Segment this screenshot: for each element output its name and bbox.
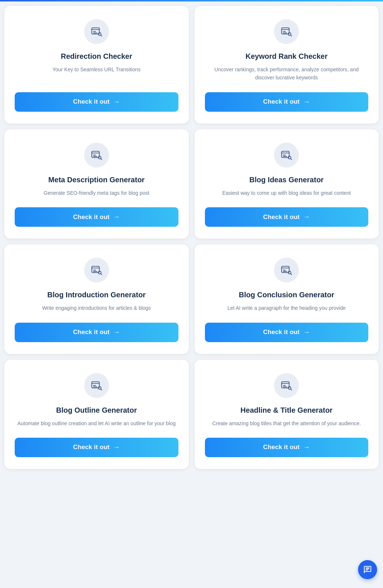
cta-label-meta-description-generator: Check it out	[73, 214, 109, 221]
tool-icon-blog-conclusion-generator	[274, 258, 299, 283]
cta-button-blog-outline-generator[interactable]: Check it out →	[15, 438, 178, 457]
tool-icon-headline-title-generator	[274, 373, 299, 398]
card-keyword-rank-checker: Keyword Rank Checker Uncover rankings, t…	[195, 6, 379, 123]
card-title-blog-outline-generator: Blog Outline Generator	[56, 405, 137, 415]
card-desc-blog-ideas-generator: Easiest way to come up with blog ideas f…	[222, 189, 351, 197]
card-headline-title-generator: Headline & Title Generator Create amazin…	[195, 360, 379, 469]
cta-label-blog-introduction-generator: Check it out	[73, 329, 109, 336]
tool-icon-redirection-checker	[84, 19, 109, 44]
top-bar	[0, 0, 383, 1]
cta-label-blog-conclusion-generator: Check it out	[263, 329, 300, 336]
arrow-icon-blog-outline-generator: →	[113, 444, 120, 451]
cta-button-blog-ideas-generator[interactable]: Check it out →	[205, 207, 369, 227]
arrow-icon-headline-title-generator: →	[303, 444, 310, 451]
card-title-keyword-rank-checker: Keyword Rank Checker	[246, 51, 328, 61]
card-title-blog-conclusion-generator: Blog Conclusion Generator	[239, 290, 334, 300]
arrow-icon-blog-conclusion-generator: →	[303, 329, 310, 336]
arrow-icon-redirection-checker: →	[113, 98, 120, 106]
arrow-icon-meta-description-generator: →	[113, 213, 120, 221]
cta-label-redirection-checker: Check it out	[73, 98, 109, 105]
card-title-headline-title-generator: Headline & Title Generator	[241, 405, 333, 415]
cta-button-redirection-checker[interactable]: Check it out →	[15, 92, 178, 112]
card-blog-conclusion-generator: Blog Conclusion Generator Let AI write a…	[195, 244, 379, 354]
tool-icon-blog-ideas-generator	[274, 143, 299, 168]
cta-label-blog-outline-generator: Check it out	[73, 444, 109, 451]
card-meta-description-generator: Meta Description Generator Generate SEO-…	[4, 129, 189, 239]
cta-button-keyword-rank-checker[interactable]: Check it out →	[205, 92, 369, 112]
card-desc-meta-description-generator: Generate SEO-friendly meta tags for blog…	[44, 189, 149, 197]
card-desc-redirection-checker: Your Key to Seamless URL Transitions	[53, 65, 141, 82]
cards-grid: Redirection Checker Your Key to Seamless…	[4, 6, 379, 469]
card-desc-headline-title-generator: Create amazing blog titles that get the …	[212, 419, 361, 427]
arrow-icon-blog-ideas-generator: →	[303, 213, 310, 221]
arrow-icon-blog-introduction-generator: →	[113, 329, 120, 336]
card-title-blog-ideas-generator: Blog Ideas Generator	[249, 175, 324, 184]
arrow-icon-keyword-rank-checker: →	[303, 98, 310, 106]
cta-label-headline-title-generator: Check it out	[263, 444, 300, 451]
card-blog-introduction-generator: Blog Introduction Generator Write engagi…	[4, 244, 189, 354]
cta-label-blog-ideas-generator: Check it out	[263, 214, 300, 221]
card-desc-blog-conclusion-generator: Let AI write a paragraph for the heading…	[227, 304, 346, 312]
tool-icon-meta-description-generator	[84, 143, 109, 168]
card-redirection-checker: Redirection Checker Your Key to Seamless…	[4, 6, 189, 123]
cta-button-headline-title-generator[interactable]: Check it out →	[205, 438, 369, 457]
card-blog-outline-generator: Blog Outline Generator Automate blog out…	[4, 360, 189, 469]
card-desc-keyword-rank-checker: Uncover rankings, track performance, ana…	[205, 65, 369, 82]
card-title-redirection-checker: Redirection Checker	[61, 51, 132, 61]
tool-icon-blog-introduction-generator	[84, 258, 109, 283]
card-blog-ideas-generator: Blog Ideas Generator Easiest way to come…	[195, 129, 379, 239]
card-desc-blog-outline-generator: Automate blog outline creation and let A…	[17, 419, 176, 427]
card-desc-blog-introduction-generator: Write engaging introductions for article…	[42, 304, 151, 312]
tool-icon-blog-outline-generator	[84, 373, 109, 398]
cta-label-keyword-rank-checker: Check it out	[263, 98, 300, 105]
tool-icon-keyword-rank-checker	[274, 19, 299, 44]
card-title-meta-description-generator: Meta Description Generator	[48, 175, 145, 184]
cta-button-blog-conclusion-generator[interactable]: Check it out →	[205, 323, 369, 342]
cta-button-meta-description-generator[interactable]: Check it out →	[15, 207, 178, 227]
card-title-blog-introduction-generator: Blog Introduction Generator	[47, 290, 146, 300]
cta-button-blog-introduction-generator[interactable]: Check it out →	[15, 323, 178, 342]
